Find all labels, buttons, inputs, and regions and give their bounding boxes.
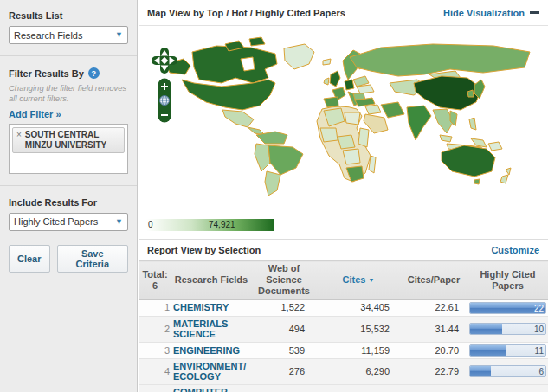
report-table: Total: 6 Research Fields Web of Science …: [139, 260, 548, 392]
row-cites: 11,159: [317, 342, 400, 358]
row-rank: 5: [139, 385, 171, 392]
map-view-title: Map View by Top / Hot / Highly Cited Pap…: [147, 8, 345, 18]
map-pan-control[interactable]: [151, 47, 178, 74]
include-results-label: Include Results For: [9, 197, 128, 208]
chevron-down-icon: ▼: [115, 218, 123, 226]
customize-link[interactable]: Customize: [491, 245, 539, 255]
row-cites: 6,290: [317, 358, 400, 384]
save-criteria-button[interactable]: Save Criteria: [57, 245, 128, 273]
row-rank: 2: [139, 316, 171, 342]
col-highly-cited: Highly Cited Papers: [467, 261, 548, 300]
row-rank: 3: [139, 342, 171, 358]
help-icon[interactable]: ?: [88, 67, 100, 79]
table-row: 1 CHEMISTRY 1,522 34,405 22.61 22: [139, 299, 548, 316]
filter-chip[interactable]: × SOUTH CENTRAL MINZU UNIVERSITY: [12, 127, 125, 153]
row-cpp: 22.61: [400, 299, 467, 316]
collapse-icon[interactable]: [530, 11, 539, 14]
row-cpp: 20.70: [400, 342, 467, 358]
report-view-header: Report View by Selection Customize: [139, 240, 548, 260]
globe-icon: [160, 96, 170, 106]
world-map[interactable]: [139, 26, 548, 215]
map-area: [139, 26, 548, 215]
field-link[interactable]: ENVIRONMENT/ECOLOGY: [173, 361, 246, 382]
row-docs: 539: [251, 342, 317, 358]
row-docs: 494: [251, 316, 317, 342]
esi-app: Results List Research Fields ▼ Filter Re…: [0, 0, 548, 392]
remove-filter-icon[interactable]: ×: [16, 130, 22, 140]
map-view-header: Map View by Top / Hot / Highly Cited Pap…: [139, 0, 548, 26]
filter-chip-label: SOUTH CENTRAL MINZU UNIVERSITY: [25, 130, 120, 151]
filter-by-label: Filter Results By: [9, 68, 84, 79]
col-cites-sort[interactable]: Cites ▼: [317, 261, 400, 300]
table-row: 3 ENGINEERING 539 11,159 20.70 11: [139, 342, 548, 358]
add-filter-link[interactable]: Add Filter »: [9, 109, 61, 119]
map-zoom-control[interactable]: [158, 78, 171, 123]
include-results-value: Highly Cited Papers: [14, 216, 98, 227]
row-cites: 5,411: [317, 385, 400, 392]
sort-desc-icon: ▼: [369, 277, 375, 283]
table-row: 5 COMPUTER SCIENCE 290 5,411 18.66 4: [139, 385, 548, 392]
hcp-bar: 6: [469, 365, 546, 377]
row-cites: 15,532: [317, 316, 400, 342]
results-list-value: Research Fields: [14, 30, 82, 41]
row-docs: 276: [251, 358, 317, 384]
field-link[interactable]: COMPUTER SCIENCE: [173, 387, 228, 392]
active-filters-box: × SOUTH CENTRAL MINZU UNIVERSITY: [9, 124, 128, 174]
hcp-bar: 11: [469, 344, 546, 357]
hcp-bar: 10: [469, 323, 546, 335]
map-legend: 0 74,921: [146, 216, 548, 235]
field-link[interactable]: CHEMISTRY: [173, 302, 229, 312]
row-cpp: 18.66: [400, 385, 467, 392]
include-results-select[interactable]: Highly Cited Papers ▼: [9, 213, 128, 231]
sidebar: Results List Research Fields ▼ Filter Re…: [0, 0, 138, 392]
col-cites-per-paper: Cites/Paper: [400, 261, 467, 300]
col-research-fields: Research Fields: [171, 261, 251, 300]
sidebar-divider: [0, 55, 137, 56]
table-row: 4 ENVIRONMENT/ECOLOGY 276 6,290 22.79 6: [139, 358, 548, 384]
sidebar-divider: [0, 185, 137, 186]
hcp-value: 11: [535, 346, 544, 357]
report-view-title: Report View by Selection: [147, 245, 261, 255]
row-rank: 4: [139, 358, 171, 384]
hcp-value: 22: [534, 304, 544, 314]
field-link[interactable]: ENGINEERING: [173, 345, 240, 356]
legend-max-value: 74,921: [209, 220, 235, 229]
legend-min-value: 0: [148, 220, 153, 229]
col-wos-documents: Web of Science Documents: [251, 261, 317, 300]
hcp-value: 6: [538, 367, 544, 377]
row-rank: 1: [139, 299, 171, 316]
hide-visualization-link[interactable]: Hide Visualization: [443, 8, 525, 18]
results-list-select[interactable]: Research Fields ▼: [9, 26, 128, 44]
row-docs: 1,522: [251, 299, 317, 316]
col-total: Total: 6: [139, 261, 171, 300]
clear-button[interactable]: Clear: [9, 245, 50, 273]
row-docs: 290: [251, 385, 317, 392]
field-link[interactable]: MATERIALS SCIENCE: [173, 318, 228, 340]
table-row: 2 MATERIALS SCIENCE 494 15,532 31.44 10: [139, 316, 548, 342]
row-cpp: 31.44: [400, 316, 467, 342]
main-panel: Map View by Top / Hot / Highly Cited Pap…: [139, 0, 548, 392]
chevron-down-icon: ▼: [115, 31, 123, 39]
table-header-row: Total: 6 Research Fields Web of Science …: [139, 261, 548, 300]
results-list-label: Results List: [9, 10, 128, 21]
row-cpp: 22.79: [400, 358, 467, 384]
row-cites: 34,405: [317, 299, 400, 316]
hcp-bar: 22: [469, 302, 546, 314]
hcp-value: 10: [534, 325, 544, 335]
filter-note: Changing the filter field removes all cu…: [9, 83, 128, 104]
